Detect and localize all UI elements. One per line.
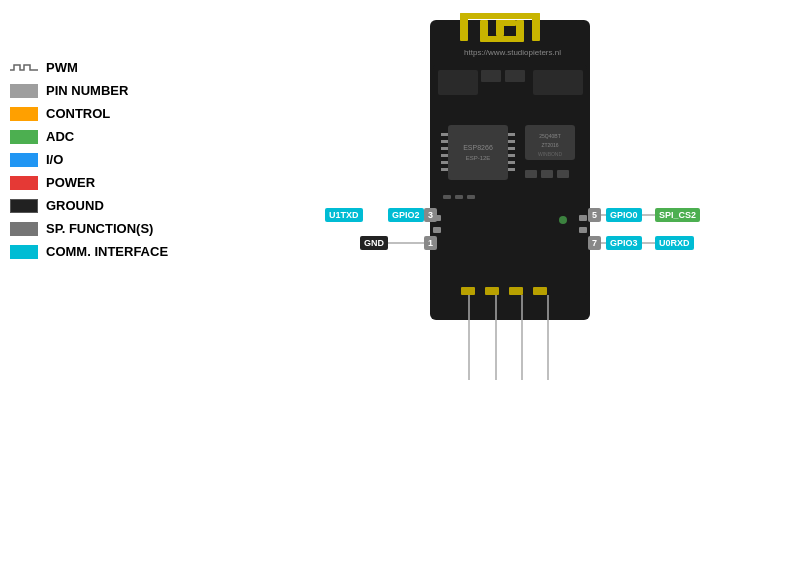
pwm-icon [10,61,38,75]
svg-rect-26 [508,154,515,157]
adc-color [10,130,38,144]
svg-rect-13 [533,70,583,95]
svg-rect-45 [443,195,451,199]
pin-3-gpio: GPIO2 [388,208,424,222]
pin-7-num: 7 [588,236,601,250]
svg-text:ZT2016: ZT2016 [541,142,558,148]
svg-text:WINBOND: WINBOND [538,151,563,157]
legend-pin-number-label: PIN NUMBER [46,83,128,98]
legend-item-adc: ADC [10,129,168,144]
legend-adc-label: ADC [46,129,74,144]
module-internals: ESP8266 ESP-12E 25Q40BT ZT2016 WINBOND [433,65,587,295]
legend-control-label: CONTROL [46,106,110,121]
legend-pwm-label: PWM [46,60,78,75]
legend-item-pwm: PWM [10,60,168,75]
pin-5-gpio: GPIO0 [606,208,642,222]
legend-power-label: POWER [46,175,95,190]
pin-1-num: 1 [424,236,437,250]
legend-item-pin-number: PIN NUMBER [10,83,168,98]
power-color [10,176,38,190]
svg-rect-25 [508,147,515,150]
svg-rect-47 [467,195,475,199]
legend-sp-function-label: SP. FUNCTION(S) [46,221,153,236]
svg-rect-42 [509,287,523,295]
io-color [10,153,38,167]
svg-point-44 [559,216,567,224]
svg-rect-19 [441,147,448,150]
svg-rect-46 [455,195,463,199]
legend-item-ground: GROUND [10,198,168,213]
svg-rect-6 [516,20,524,41]
pin-7-gpio: GPIO3 [606,236,642,250]
legend-item-comm-interface: COMM. INTERFACE [10,244,168,259]
svg-rect-37 [433,227,441,233]
pin-number-color [10,84,38,98]
antenna-svg [440,8,580,53]
svg-rect-38 [579,215,587,221]
svg-text:ESP8266: ESP8266 [463,144,493,151]
pin-1-func: GND [360,236,388,250]
svg-rect-34 [541,170,553,178]
svg-rect-22 [441,168,448,171]
svg-rect-2 [460,13,540,19]
legend-io-label: I/O [46,152,63,167]
svg-rect-28 [508,168,515,171]
svg-text:25Q40BT: 25Q40BT [539,133,560,139]
svg-rect-11 [481,70,501,82]
svg-rect-39 [579,227,587,233]
svg-rect-24 [508,140,515,143]
svg-rect-12 [505,70,525,82]
svg-rect-21 [441,161,448,164]
website-text: https://www.studiopieters.nl [435,48,590,57]
legend: PWM PIN NUMBER CONTROL ADC I/O POWER GRO… [10,60,168,267]
svg-text:ESP-12E: ESP-12E [466,155,491,161]
legend-item-io: I/O [10,152,168,167]
svg-rect-8 [496,20,516,26]
svg-rect-18 [441,140,448,143]
pin-5-num: 5 [588,208,601,222]
pin-5-func: SPI_CS2 [655,208,700,222]
svg-rect-23 [508,133,515,136]
control-color [10,107,38,121]
legend-comm-interface-label: COMM. INTERFACE [46,244,168,259]
legend-item-control: CONTROL [10,106,168,121]
legend-item-power: POWER [10,175,168,190]
svg-rect-20 [441,154,448,157]
pin-3-func: U1TXD [325,208,363,222]
svg-rect-33 [525,170,537,178]
svg-rect-14 [448,125,508,180]
legend-ground-label: GROUND [46,198,104,213]
comm-interface-color [10,245,38,259]
svg-rect-40 [461,287,475,295]
sp-function-color [10,222,38,236]
svg-rect-35 [557,170,569,178]
svg-rect-10 [438,70,478,95]
legend-item-sp-function: SP. FUNCTION(S) [10,221,168,236]
pin-3-num: 3 [424,208,437,222]
svg-rect-27 [508,161,515,164]
ground-color [10,199,38,213]
pin-7-func: U0RXD [655,236,694,250]
svg-rect-41 [485,287,499,295]
svg-rect-17 [441,133,448,136]
svg-rect-43 [533,287,547,295]
svg-rect-3 [532,13,540,41]
